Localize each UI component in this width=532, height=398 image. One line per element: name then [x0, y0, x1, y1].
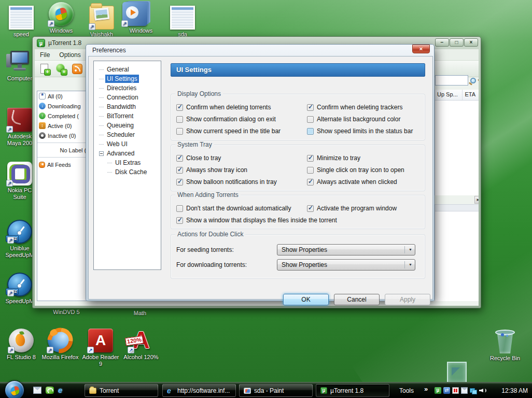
tree-item-ui-settings[interactable]: UI Settings	[94, 74, 161, 83]
checkbox-box[interactable]	[176, 155, 183, 162]
taskbar-button-utorrent[interactable]: µTorrent 1.8	[316, 384, 389, 397]
minimize-button[interactable]: −	[435, 38, 449, 47]
tree-collapse-icon[interactable]	[99, 151, 104, 156]
checkbox-box[interactable]	[176, 167, 183, 174]
tree-item-disk-cache[interactable]: Disk Cache	[94, 167, 161, 177]
tree-item-web-ui[interactable]: Web UI	[94, 139, 161, 149]
checkbox-confirm-deleting-trackers[interactable]: Confirm when deleting trackers	[307, 102, 419, 113]
apply-button[interactable]: Apply	[385, 294, 430, 305]
column-up-speed[interactable]: Up Sp...	[435, 90, 463, 100]
checkbox-balloon-notifications[interactable]: Show balloon notifications in tray	[176, 176, 307, 188]
desktop-icon-windows[interactable]: Windows	[43, 2, 80, 34]
checkbox-box[interactable]	[307, 179, 314, 186]
tree-item-directories[interactable]: Directories	[94, 83, 161, 93]
tree-item-bandwidth[interactable]: Bandwidth	[94, 102, 161, 111]
checkbox-label: Always activate when clicked	[317, 178, 397, 186]
add-url-button[interactable]	[55, 63, 67, 75]
close-button[interactable]: ×	[464, 38, 478, 47]
desktop-icon-recycle-bin[interactable]: Recycle Bin	[486, 330, 524, 362]
checkbox-activate-program-window[interactable]: Activate the program window	[307, 203, 419, 214]
checkbox-box[interactable]	[176, 217, 183, 224]
downloading-action-select[interactable]: Show Properties	[277, 259, 415, 271]
ok-button[interactable]: OK	[283, 294, 329, 305]
checkbox-box[interactable]	[176, 179, 183, 186]
rss-button[interactable]	[72, 64, 82, 74]
tree-item-bittorrent[interactable]: BitTorrent	[94, 111, 161, 121]
sidebar-label: Downloading	[48, 103, 81, 109]
taskbar-button-browser[interactable]: http://software.inf...	[162, 384, 236, 397]
paint-icon	[244, 388, 251, 394]
group-system-tray: System Tray Close to tray Minimize to tr…	[171, 145, 425, 191]
checkbox-box[interactable]	[176, 205, 183, 212]
checkbox-current-speed-titlebar[interactable]: Show current speed in the title bar	[176, 125, 307, 137]
checkbox-box[interactable]	[307, 128, 314, 135]
checkbox-single-click-tray[interactable]: Single click on tray icon to open	[307, 164, 419, 176]
checkbox-box[interactable]	[307, 167, 314, 174]
utorrent-tray-icon[interactable]	[435, 387, 441, 394]
desktop-icon-firefox[interactable]: Mozilla Firefox	[41, 329, 79, 361]
taskbar-clock[interactable]: 12:38 AM	[501, 387, 528, 394]
menu-options[interactable]: Options	[59, 51, 80, 59]
dialog-close-button[interactable]	[412, 45, 430, 53]
search-button[interactable]: ▼	[470, 75, 479, 86]
messenger-quicklaunch-icon[interactable]	[46, 387, 54, 394]
add-torrent-button[interactable]	[39, 63, 50, 75]
checkbox-box[interactable]	[176, 116, 183, 123]
cancel-button[interactable]: Cancel	[334, 294, 380, 305]
firefox-icon	[48, 329, 73, 352]
desktop-icon-vaishakh[interactable]: Vaishakh	[83, 2, 120, 38]
checkbox-box[interactable]	[307, 104, 314, 111]
app-tray-icon[interactable]	[452, 387, 459, 394]
tree-item-scheduler[interactable]: Scheduler	[94, 130, 161, 139]
taskbar-button-paint[interactable]: sda - Paint	[239, 384, 313, 397]
desktop-icon-alcohol[interactable]: 120% Alcohol 120%	[122, 329, 160, 361]
column-eta[interactable]: ETA	[463, 90, 479, 100]
mail-quicklaunch-icon[interactable]	[33, 387, 41, 394]
checkbox-show-files-window[interactable]: Show a window that displays the files in…	[176, 215, 419, 226]
desktop-icon-speed[interactable]: speed	[3, 3, 40, 38]
internet-explorer-quicklaunch-icon[interactable]	[58, 387, 66, 394]
maximize-button[interactable]: □	[450, 38, 464, 47]
seeding-action-select[interactable]: Show Properties	[277, 244, 415, 255]
chevron-expand-icon[interactable]: »	[424, 385, 428, 393]
nokia-pc-suite-icon	[7, 162, 32, 186]
checkbox-box[interactable]	[307, 155, 314, 162]
checkbox-always-activate[interactable]: Always activate when clicked	[307, 176, 419, 188]
checkbox-show-confirmation-exit[interactable]: Show confirmation dialog on exit	[176, 113, 307, 125]
tree-item-advanced[interactable]: Advanced	[94, 149, 161, 158]
tree-item-connection[interactable]: Connection	[94, 93, 161, 102]
tree-item-ui-extras[interactable]: UI Extras	[94, 158, 161, 167]
tree-item-queueing[interactable]: Queueing	[94, 121, 161, 130]
checkbox-alternate-list-bg[interactable]: Alternate list background color	[307, 113, 419, 125]
checkbox-confirm-deleting-torrents[interactable]: Confirm when deleting torrents	[176, 102, 307, 113]
search-input[interactable]	[435, 75, 468, 86]
checkbox-speed-limits-statusbar[interactable]: Show speed limits in the status bar	[307, 125, 419, 137]
checkbox-box[interactable]	[176, 104, 183, 111]
desktop-icon-flstudio[interactable]: FL Studio 8	[3, 329, 40, 361]
checkbox-box[interactable]	[176, 128, 183, 135]
taskbar-button-torrent[interactable]: Torrent	[85, 384, 158, 397]
tree-item-general[interactable]: General	[94, 65, 161, 74]
network-tray-icon[interactable]	[470, 387, 477, 394]
scrollbar-right-arrow[interactable]: ►	[474, 196, 479, 204]
sidebar-label: Active (0)	[48, 123, 72, 129]
torrent-list[interactable]	[435, 101, 479, 195]
hidden-shortcut-icon[interactable]	[447, 362, 467, 383]
menu-file[interactable]: File	[40, 51, 50, 59]
bin-rim	[495, 330, 515, 335]
tools-toolbar[interactable]: Tools	[399, 387, 414, 394]
checkbox-box[interactable]	[307, 205, 314, 212]
checkbox-always-show-tray-icon[interactable]: Always show tray icon	[176, 164, 307, 176]
volume-tray-icon[interactable]	[479, 387, 485, 394]
desktop-icon-adobe[interactable]: Adobe Reader 9	[82, 329, 119, 367]
checkbox-dont-start-download[interactable]: Don't start the download automatically	[176, 203, 307, 214]
checkbox-minimize-to-tray[interactable]: Minimize to tray	[307, 152, 419, 164]
checkbox-close-to-tray[interactable]: Close to tray	[176, 152, 307, 164]
mail-tray-icon[interactable]	[461, 387, 468, 394]
window-titlebar[interactable]: µTorrent 1.8	[37, 39, 81, 47]
start-button[interactable]	[5, 380, 24, 398]
desktop-icon-sda[interactable]: sda	[164, 3, 201, 38]
sync-tray-icon[interactable]	[443, 387, 450, 394]
desktop-icon-windows-media[interactable]: Windows	[122, 2, 160, 34]
checkbox-box[interactable]	[307, 116, 314, 123]
